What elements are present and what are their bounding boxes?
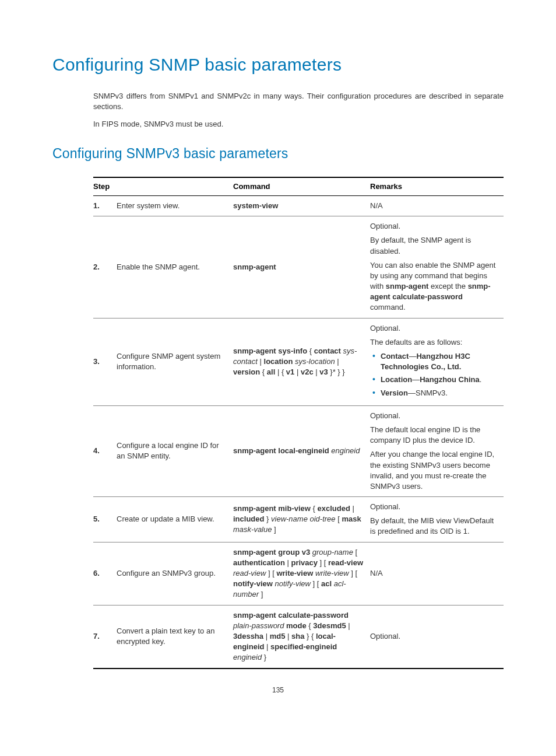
table-row: 2.Enable the SNMP agent.snmp-agentOption…	[93, 216, 504, 318]
row-command: snmp-agent local-engineid engineid	[233, 405, 370, 496]
table-row: 4.Configure a local engine ID for an SNM…	[93, 405, 504, 496]
row-step: Enable the SNMP agent.	[117, 216, 233, 318]
table-row: 1.Enter system view.system-viewN/A	[93, 195, 504, 216]
th-command: Command	[233, 177, 370, 196]
table-row: 6.Configure an SNMPv3 group.snmp-agent g…	[93, 542, 504, 605]
row-remarks: Optional.The default local engine ID is …	[370, 405, 504, 496]
row-command: snmp-agent	[233, 216, 370, 318]
section-title: Configuring SNMPv3 basic parameters	[52, 144, 504, 163]
row-remarks: N/A	[370, 195, 504, 216]
row-remarks: Optional.By default, the SNMP agent is d…	[370, 216, 504, 318]
row-step: Enter system view.	[117, 195, 233, 216]
row-remarks: Optional.By default, the MIB view ViewDe…	[370, 497, 504, 542]
table-row: 7.Convert a plain text key to an encrypt…	[93, 605, 504, 668]
row-remarks: Optional.	[370, 605, 504, 668]
page-title: Configuring SNMP basic parameters	[52, 52, 504, 77]
row-command: snmp-agent calculate-password plain-pass…	[233, 605, 370, 668]
row-step: Configure an SNMPv3 group.	[117, 542, 233, 605]
table-row: 3.Configure SNMP agent system informatio…	[93, 318, 504, 405]
intro-paragraph-1: SNMPv3 differs from SNMPv1 and SNMPv2c i…	[93, 91, 504, 112]
row-number: 5.	[93, 497, 117, 542]
page-number: 135	[52, 685, 504, 695]
row-command: snmp-agent group v3 group-name [ authent…	[233, 542, 370, 605]
row-remarks: Optional.The defaults are as follows:Con…	[370, 318, 504, 405]
row-step: Configure SNMP agent system information.	[117, 318, 233, 405]
table-row: 5.Create or update a MIB view.snmp-agent…	[93, 497, 504, 542]
row-number: 6.	[93, 542, 117, 605]
row-command: system-view	[233, 195, 370, 216]
row-step: Create or update a MIB view.	[117, 497, 233, 542]
row-step: Configure a local engine ID for an SNMP …	[117, 405, 233, 496]
intro-paragraph-2: In FIPS mode, SNMPv3 must be used.	[93, 119, 504, 130]
th-remarks: Remarks	[370, 177, 504, 196]
row-number: 3.	[93, 318, 117, 405]
row-command: snmp-agent mib-view { excluded | include…	[233, 497, 370, 542]
row-command: snmp-agent sys-info { contact sys-contac…	[233, 318, 370, 405]
row-step: Convert a plain text key to an encrypted…	[117, 605, 233, 668]
row-number: 7.	[93, 605, 117, 668]
row-number: 1.	[93, 195, 117, 216]
config-table: Step Command Remarks 1.Enter system view…	[93, 177, 504, 669]
row-remarks: N/A	[370, 542, 504, 605]
row-number: 4.	[93, 405, 117, 496]
th-step: Step	[93, 177, 233, 196]
row-number: 2.	[93, 216, 117, 318]
